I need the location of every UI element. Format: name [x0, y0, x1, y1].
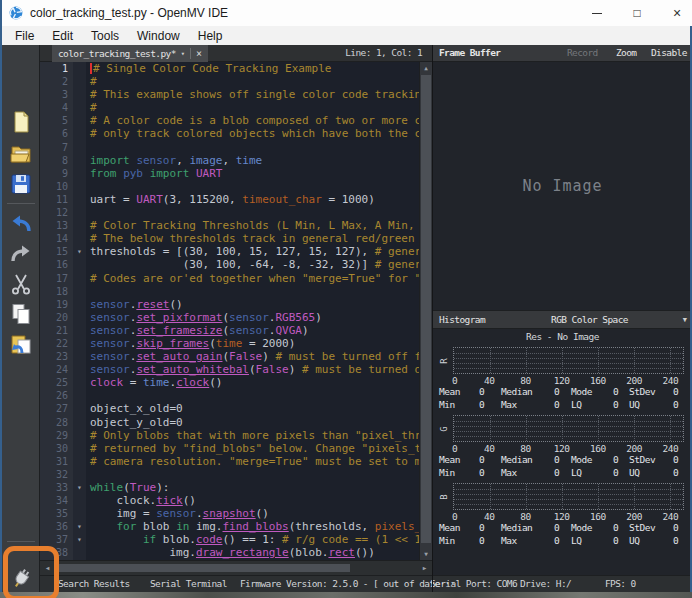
firmware-version-label[interactable]: Firmware Version: 2.5.0 - [ out of date·…	[240, 578, 455, 589]
code-token: .	[196, 507, 203, 520]
fold-margin	[73, 429, 86, 442]
fold-marker-icon[interactable]: ▾	[73, 481, 86, 494]
code-line[interactable]: 36▾ for blob in img.find_blobs(threshold…	[40, 520, 419, 533]
tab-color-tracking-test[interactable]: color_tracking_test.py* ▾ ×	[52, 45, 208, 62]
code-line[interactable]: 23sensor.set_auto_gain(False) # must be …	[40, 350, 419, 363]
code-line[interactable]: 9from pyb import UART	[40, 167, 419, 180]
code-line[interactable]: 34 clock.tick()	[40, 494, 419, 507]
line-number: 7	[40, 141, 73, 154]
code-line[interactable]: 18	[40, 285, 419, 298]
copy-button[interactable]	[8, 301, 34, 327]
chevron-down-icon[interactable]: ▼	[683, 316, 687, 324]
vertical-scrollbar[interactable]: ▲ ▼	[419, 62, 432, 560]
line-number: 8	[40, 154, 73, 167]
code-line[interactable]: 5# A color code is a blob composed of tw…	[40, 114, 419, 127]
code-line[interactable]: 16 (30, 100, -64, -8, -32, 32)] # generi…	[40, 258, 419, 271]
code-line[interactable]: 15▾thresholds = [(30, 100, 15, 127, 15, …	[40, 245, 419, 258]
code-line[interactable]: 12	[40, 206, 419, 219]
horizontal-scrollbar[interactable]: ◀ ▶	[40, 560, 432, 575]
code-line[interactable]: 6# only track colored objects which have…	[40, 127, 419, 140]
code-line[interactable]: 24sensor.set_auto_whitebal(False) # must…	[40, 363, 419, 376]
code-line[interactable]: 17# Codes are or'ed together when "merge…	[40, 272, 419, 285]
code-line[interactable]: 22sensor.skip_frames(time = 2000)	[40, 337, 419, 350]
code-line[interactable]: 19sensor.reset()	[40, 298, 419, 311]
code-line[interactable]: 10	[40, 180, 419, 193]
code-line[interactable]: 32	[40, 468, 419, 481]
code-line[interactable]: 4#	[40, 101, 419, 114]
disable-button[interactable]: Disable	[651, 47, 687, 58]
maximize-button[interactable]: □	[630, 6, 644, 20]
search-results-button[interactable]: Search Results	[58, 578, 130, 589]
fold-marker-icon[interactable]: ▾	[73, 533, 86, 546]
gridline	[670, 484, 671, 509]
menu-edit[interactable]: Edit	[43, 29, 82, 43]
redo-button[interactable]	[8, 241, 34, 267]
code-line[interactable]: 8import sensor, image, time	[40, 154, 419, 167]
code-line[interactable]: 25clock = time.clock()	[40, 376, 419, 389]
scroll-down-icon[interactable]: ▼	[420, 548, 432, 560]
zoom-button[interactable]: Zoom	[616, 47, 636, 58]
code-line[interactable]: 33▾while(True):	[40, 481, 419, 494]
fold-marker-icon[interactable]: ▾	[73, 245, 86, 258]
tab-close-icon[interactable]: ×	[196, 49, 202, 59]
line-number: 3	[40, 88, 73, 101]
menu-window[interactable]: Window	[128, 29, 189, 43]
code-editor[interactable]: 1# Single Color Code Tracking Example2#3…	[40, 62, 432, 560]
code-line[interactable]: 11uart = UART(3, 115200, timeout_char = …	[40, 193, 419, 206]
code-token: rect	[328, 546, 355, 559]
code-line[interactable]: 38 img.draw_rectangle(blob.rect())	[40, 546, 419, 559]
code-line[interactable]: 37▾ if blob.code() == 1: # r/g code == (…	[40, 533, 419, 546]
code-text: object_x_old=0	[86, 402, 419, 415]
code-line[interactable]: 13# Color Tracking Thresholds (L Min, L …	[40, 219, 419, 232]
stat-value: 0	[613, 535, 618, 546]
code-text: img.draw_rectangle(blob.rect())	[86, 546, 419, 559]
new-file-button[interactable]	[8, 109, 34, 135]
code-token: )	[315, 311, 322, 324]
code-token: # Codes are or'ed together when "merge=T…	[90, 272, 419, 285]
title-bar[interactable]: color_tracking_test.py - OpenMV IDE □ ×	[0, 0, 692, 27]
menu-help[interactable]: Help	[189, 29, 232, 43]
code-line[interactable]: 29# Only blobs that with more pixels tha…	[40, 429, 419, 442]
code-line[interactable]: 3# This example shows off single color c…	[40, 88, 419, 101]
code-line[interactable]: 28object_y_old=0	[40, 416, 419, 429]
open-file-button[interactable]	[8, 141, 34, 167]
code-line[interactable]: 27object_x_old=0	[40, 402, 419, 415]
serial-terminal-button[interactable]: Serial Terminal	[150, 578, 227, 589]
toolbar-separator	[7, 203, 35, 204]
code-token: sensor	[90, 363, 130, 376]
code-line[interactable]: 14# The below thresholds track in genera…	[40, 232, 419, 245]
fold-marker-icon[interactable]: ▾	[73, 520, 86, 533]
stat-value: 0	[613, 399, 618, 410]
scroll-up-icon[interactable]: ▲	[420, 62, 432, 74]
panel-splitter[interactable]	[432, 45, 433, 592]
menu-file[interactable]: File	[6, 29, 43, 43]
histogram-channels: R04080120160200240Mean0Median0Mode0StDev…	[433, 347, 692, 548]
drive-label: Drive: H:/	[520, 578, 571, 589]
line-number: 18	[40, 285, 73, 298]
code-line[interactable]: 7	[40, 141, 419, 154]
stat-label: UQ	[629, 467, 639, 478]
paste-button[interactable]	[8, 331, 34, 357]
cut-button[interactable]	[8, 271, 34, 297]
gridline	[670, 348, 671, 373]
code-line[interactable]: 2#	[40, 75, 419, 88]
code-line[interactable]: 31# camera resolution. "merge=True" must…	[40, 455, 419, 468]
minimize-button[interactable]	[590, 13, 604, 14]
code-line[interactable]: 21sensor.set_framesize(sensor.QVGA)	[40, 324, 419, 337]
tab-dropdown-icon[interactable]: ▾	[181, 50, 185, 58]
close-button[interactable]: ×	[670, 5, 684, 21]
code-line[interactable]: 35 img = sensor.snapshot()	[40, 507, 419, 520]
horizontal-scrollbar-handle[interactable]	[54, 564, 350, 572]
save-file-button[interactable]	[8, 171, 34, 197]
code-text: sensor.skip_frames(time = 2000)	[86, 337, 419, 350]
undo-button[interactable]	[8, 211, 34, 237]
code-line[interactable]: 20sensor.set_pixformat(sensor.RGB565)	[40, 311, 419, 324]
line-number: 1	[40, 62, 73, 75]
code-line[interactable]: 26	[40, 389, 419, 402]
menu-tools[interactable]: Tools	[82, 29, 128, 43]
code-line[interactable]: 1# Single Color Code Tracking Example	[40, 62, 419, 75]
scroll-right-icon[interactable]: ▶	[418, 561, 431, 575]
code-line[interactable]: 30# returned by "find_blobs" below. Chan…	[40, 442, 419, 455]
colorspace-select[interactable]: RGB Color Space	[503, 314, 676, 325]
vertical-scrollbar-handle[interactable]	[421, 75, 431, 543]
